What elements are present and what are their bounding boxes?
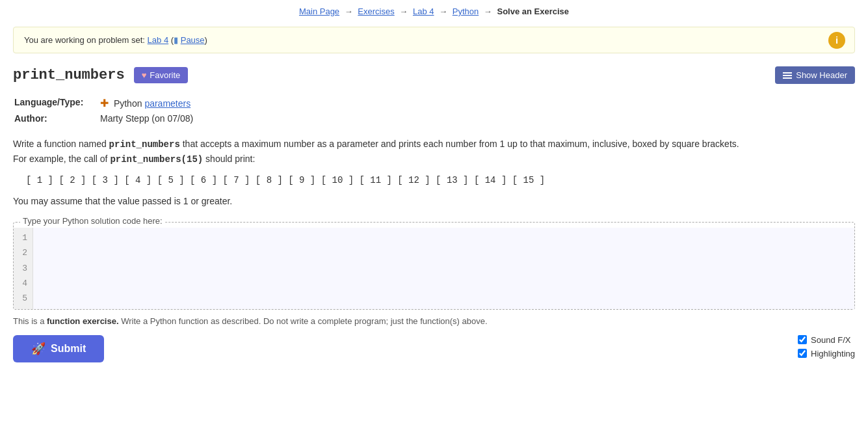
show-header-label: Show Header bbox=[796, 70, 847, 80]
banner-lab-link[interactable]: Lab 4 bbox=[148, 35, 169, 45]
arrow-icon: → bbox=[345, 7, 353, 16]
pause-link[interactable]: Pause bbox=[181, 35, 205, 45]
desc-line1-start: Write a function named bbox=[13, 139, 109, 149]
code-area-label: Type your Python solution code here: bbox=[20, 216, 165, 226]
assume-text: You may assume that the value passed is … bbox=[13, 196, 855, 206]
breadcrumb: Main Page → Exercises → Lab 4 → Python →… bbox=[13, 7, 855, 16]
bottom-area: 🚀 Submit Sound F/X Highlighting bbox=[13, 335, 855, 362]
line-num-1: 1 bbox=[19, 230, 27, 245]
line-num-3: 3 bbox=[19, 261, 27, 276]
function-name: print_numbers bbox=[109, 139, 180, 150]
sound-fx-label: Sound F/X bbox=[811, 335, 850, 345]
desc-line1-end: that accepts a maximum number as a param… bbox=[180, 139, 739, 149]
desc-line2-end: should print: bbox=[203, 154, 255, 164]
arrow-icon: → bbox=[484, 7, 492, 16]
exercise-title-area: print_numbers ♥ Favorite bbox=[13, 67, 188, 83]
info-banner: You are working on problem set: Lab 4 (▮… bbox=[13, 27, 855, 53]
heart-icon: ♥ bbox=[142, 70, 147, 80]
meta-row-language: Language/Type: ✚ Python parameters bbox=[14, 96, 193, 111]
line-num-5: 5 bbox=[19, 291, 27, 306]
sound-fx-row[interactable]: Sound F/X bbox=[798, 335, 850, 345]
breadcrumb-lab4[interactable]: Lab 4 bbox=[413, 7, 434, 16]
highlighting-checkbox[interactable] bbox=[798, 349, 807, 358]
pause-icon: ▮ bbox=[174, 35, 178, 45]
author-label: Author: bbox=[14, 112, 99, 125]
rocket-icon: 🚀 bbox=[31, 342, 46, 356]
language-text: Python bbox=[114, 98, 142, 109]
submit-button[interactable]: 🚀 Submit bbox=[13, 335, 104, 362]
breadcrumb-main-page[interactable]: Main Page bbox=[299, 7, 339, 16]
meta-table: Language/Type: ✚ Python parameters Autho… bbox=[13, 94, 194, 126]
favorite-label: Favorite bbox=[150, 70, 180, 80]
line-num-4: 4 bbox=[19, 276, 27, 291]
breadcrumb-exercises[interactable]: Exercises bbox=[358, 7, 394, 16]
line-num-2: 2 bbox=[19, 245, 27, 260]
function-note-suffix: Write a Python function as described. Do… bbox=[119, 316, 488, 326]
lines-icon bbox=[783, 72, 792, 79]
arrow-icon: → bbox=[399, 7, 408, 16]
highlighting-label: Highlighting bbox=[811, 349, 855, 359]
function-note-prefix: This is a bbox=[13, 316, 47, 326]
python-icon: ✚ bbox=[100, 98, 109, 109]
code-textarea[interactable] bbox=[33, 228, 854, 309]
submit-label: Submit bbox=[51, 343, 86, 355]
options-area: Sound F/X Highlighting bbox=[798, 335, 855, 359]
favorite-button[interactable]: ♥ Favorite bbox=[134, 67, 189, 83]
show-header-button[interactable]: Show Header bbox=[775, 66, 855, 84]
code-editor: 1 2 3 4 5 bbox=[14, 228, 854, 309]
exercise-title: print_numbers bbox=[13, 67, 125, 83]
sound-fx-checkbox[interactable] bbox=[798, 335, 807, 344]
highlighting-row[interactable]: Highlighting bbox=[798, 349, 855, 359]
parameters-link[interactable]: parameters bbox=[144, 98, 191, 109]
info-icon[interactable]: i bbox=[828, 32, 845, 49]
breadcrumb-current: Solve an Exercise bbox=[497, 7, 569, 16]
exercise-header: print_numbers ♥ Favorite Show Header bbox=[13, 66, 855, 84]
code-editor-container: Type your Python solution code here: 1 2… bbox=[13, 222, 855, 310]
meta-row-author: Author: Marty Stepp (on 07/08) bbox=[14, 112, 193, 125]
function-note-bold: function exercise. bbox=[47, 316, 119, 326]
breadcrumb-python[interactable]: Python bbox=[453, 7, 479, 16]
code-output-example: [ 1 ] [ 2 ] [ 3 ] [ 4 ] [ 5 ] [ 6 ] [ 7 … bbox=[26, 175, 855, 185]
desc-line2-start: For example, the call of bbox=[13, 154, 110, 164]
language-label: Language/Type: bbox=[14, 96, 99, 111]
language-value: ✚ Python parameters bbox=[100, 96, 193, 111]
function-note: This is a function exercise. Write a Pyt… bbox=[13, 316, 855, 326]
author-value: Marty Stepp (on 07/08) bbox=[100, 112, 193, 125]
description: Write a function named print_numbers tha… bbox=[13, 137, 855, 167]
banner-text: You are working on problem set: bbox=[24, 35, 145, 45]
call-example: print_numbers(15) bbox=[110, 154, 203, 165]
arrow-icon: → bbox=[439, 7, 447, 16]
line-numbers: 1 2 3 4 5 bbox=[14, 228, 33, 309]
